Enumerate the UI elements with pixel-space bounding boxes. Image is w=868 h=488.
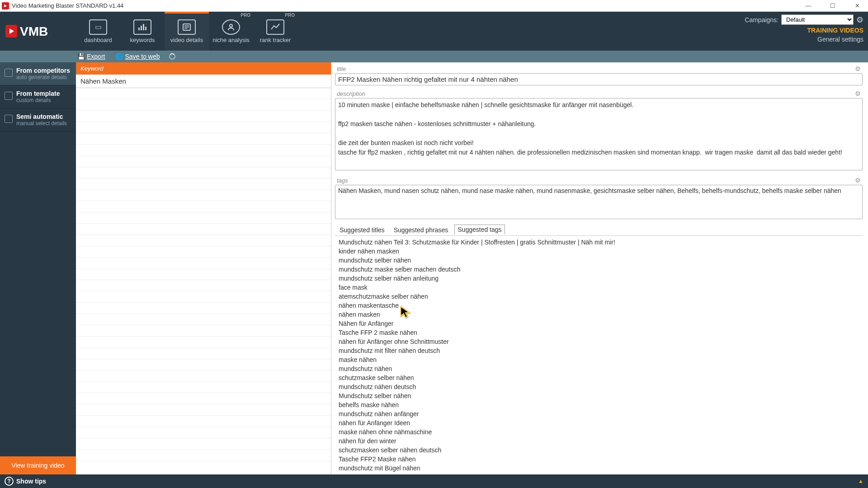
rank-tracker-icon: [266, 19, 284, 35]
suggestion-item[interactable]: nähen maskentasche: [337, 301, 861, 310]
svg-rect-5: [143, 24, 144, 30]
svg-text:VMB: VMB: [20, 24, 48, 38]
sidebar-item-sub: manual select details: [16, 120, 71, 127]
keyword-list: [76, 88, 331, 474]
campaign-select[interactable]: Default: [781, 14, 854, 25]
suggestion-item[interactable]: mundschutz nähen anfänger: [337, 409, 861, 418]
campaigns-label: Campaigns:: [745, 16, 778, 23]
description-label: description: [337, 90, 365, 97]
suggestion-item[interactable]: nähen für Anfänger ohne Schnittmuster: [337, 337, 861, 346]
campaign-settings-icon[interactable]: ⚙: [856, 15, 863, 25]
tab-video-details[interactable]: video details: [165, 12, 209, 51]
show-tips-label: Show tips: [16, 478, 46, 485]
title-settings-icon[interactable]: ⚙: [855, 65, 861, 72]
svg-rect-3: [138, 28, 140, 30]
suggestion-item[interactable]: mundschutz selber nähen anleitung: [337, 274, 861, 283]
suggestion-item[interactable]: schutzmasken selber nähen deutsch: [337, 446, 861, 455]
sidebar-item-sub: custom details: [16, 97, 71, 103]
content-panel: title ⚙ description ⚙ tags ⚙ Nähen Maske…: [331, 62, 868, 474]
tab-label: rank tracker: [260, 37, 291, 43]
sidebar-item-sub: auto generate details: [16, 74, 71, 80]
tab-dashboard[interactable]: ▭ dashboard: [76, 12, 120, 51]
suggestion-item[interactable]: nähen masken: [337, 310, 861, 319]
window-titlebar: Video Marketing Blaster STANDARD v1.44 —…: [0, 0, 868, 12]
save-web-link[interactable]: Save to web: [125, 53, 160, 60]
bottom-bar: ? Show tips ▲: [0, 474, 868, 488]
tab-label: video details: [170, 37, 203, 43]
description-textarea[interactable]: [335, 98, 863, 170]
keyword-input[interactable]: [76, 75, 331, 88]
suggestion-list[interactable]: Mundschutz nähen Teil 3: Schutzmaske für…: [335, 235, 863, 474]
tab-rank-tracker[interactable]: PRO rank tracker: [253, 12, 297, 51]
sidebar: From competitors auto generate details F…: [0, 62, 76, 474]
sidebar-item-title: From template: [16, 90, 71, 97]
tab-niche-analysis[interactable]: PRO niche analysis: [209, 12, 253, 51]
description-settings-icon[interactable]: ⚙: [855, 90, 861, 97]
window-controls: — ☐ ✕: [799, 0, 866, 11]
svg-point-11: [230, 24, 232, 27]
suggestion-item[interactable]: mundschutz nähen deutsch: [337, 382, 861, 391]
sug-tab-tags[interactable]: Suggested tags: [454, 225, 505, 235]
suggestion-item[interactable]: Tasche FFP2 Maske nähen: [337, 455, 861, 464]
suggestion-item[interactable]: Mundschutz selber nähen: [337, 391, 861, 400]
suggestion-item[interactable]: maske nähen ohne nähmaschine: [337, 427, 861, 436]
sug-tab-titles[interactable]: Suggested titles: [337, 225, 387, 235]
suggestion-item[interactable]: nähen für den winter: [337, 436, 861, 446]
suggestion-item[interactable]: Mundschutz nähen Teil 3: Schutzmaske für…: [337, 238, 861, 247]
close-button[interactable]: ✕: [848, 0, 866, 11]
svg-rect-4: [141, 26, 142, 30]
suggestion-item[interactable]: schutzmaske selber nähen: [337, 373, 861, 382]
tags-textarea[interactable]: Nähen Masken, mund nasen schutz nähen, m…: [335, 185, 863, 219]
suggestion-item[interactable]: atemschutzmaske selber nähen: [337, 292, 861, 301]
tags-label: tags: [337, 177, 348, 184]
suggestion-item[interactable]: mundschutz mit Bügel nähen: [337, 464, 861, 473]
sidebar-item-title: Semi automatic: [16, 113, 71, 120]
svg-rect-6: [145, 27, 146, 30]
tags-settings-icon[interactable]: ⚙: [855, 177, 861, 184]
general-settings-link[interactable]: General settings: [817, 36, 863, 43]
maximize-button[interactable]: ☐: [824, 0, 842, 11]
title-label: title: [337, 66, 346, 72]
suggestion-item[interactable]: mundschutz nähen: [337, 364, 861, 373]
niche-icon: [222, 19, 240, 35]
suggestion-item[interactable]: mundschutz selber nähen: [337, 256, 861, 265]
lightbulb-icon: ?: [5, 477, 14, 486]
minimize-button[interactable]: —: [799, 0, 817, 11]
suggestion-item[interactable]: face mask: [337, 283, 861, 292]
save-web-icon: 🌐: [116, 53, 122, 60]
training-videos-link[interactable]: TRAINING VIDEOS: [807, 27, 863, 34]
suggestion-item[interactable]: nähen für Anfänger Ideen: [337, 418, 861, 427]
suggestion-item[interactable]: maske nähen: [337, 355, 861, 364]
video-details-icon: [178, 19, 196, 35]
tab-label: dashboard: [84, 37, 112, 43]
export-icon: 💾: [78, 53, 84, 60]
keyword-header: Keyword: [76, 62, 331, 75]
suggestion-item[interactable]: mundschutz maske selber machen deutsch: [337, 265, 861, 274]
sidebar-item-semi-auto[interactable]: Semi automatic manual select details: [0, 108, 76, 131]
tab-label: keywords: [130, 37, 155, 43]
show-tips-button[interactable]: ? Show tips: [5, 477, 46, 486]
app-header: VMB ▭ dashboard keywords video details P…: [0, 12, 868, 51]
pro-badge: PRO: [285, 13, 295, 18]
app-logo: VMB: [0, 12, 76, 51]
view-training-button[interactable]: View training video: [0, 456, 76, 474]
pro-badge: PRO: [241, 13, 250, 18]
suggestion-item[interactable]: Tasche FFP 2 maske nähen: [337, 328, 861, 337]
collapse-icon[interactable]: ▲: [858, 478, 863, 484]
suggestion-item[interactable]: kinder nähen masken: [337, 247, 861, 256]
window-title: Video Marketing Blaster STANDARD v1.44: [12, 2, 799, 9]
toolbar: 💾 Export 🌐 Save to web: [0, 51, 868, 62]
tab-label: niche analysis: [212, 37, 250, 43]
keyword-column: Keyword: [76, 62, 331, 474]
export-link[interactable]: Export: [87, 53, 105, 60]
sug-tab-phrases[interactable]: Suggested phrases: [391, 225, 451, 235]
sidebar-item-title: From competitors: [16, 67, 71, 74]
suggestion-item[interactable]: behelfs maske nähen: [337, 400, 861, 409]
title-input[interactable]: [335, 73, 863, 85]
keywords-icon: [133, 19, 151, 35]
suggestion-item[interactable]: Nähen für Anfänger: [337, 319, 861, 328]
sidebar-item-template[interactable]: From template custom details: [0, 85, 76, 108]
suggestion-item[interactable]: mundschutz mit filter nähen deutsch: [337, 346, 861, 355]
tab-keywords[interactable]: keywords: [120, 12, 165, 51]
sidebar-item-competitors[interactable]: From competitors auto generate details: [0, 62, 76, 85]
